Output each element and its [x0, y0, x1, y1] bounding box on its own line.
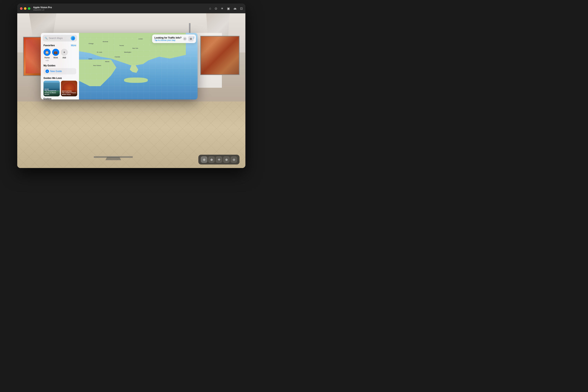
location-tool-button[interactable]: ⊕ — [208, 156, 215, 163]
map-label-atlanta: Atlanta — [105, 61, 109, 62]
title-bar: Apple Vision Pro visionOS 1.0 ⌂ ⊙ ☀ ▣ ⛰ … — [17, 4, 245, 13]
map-label-washington: Washington — [124, 52, 131, 53]
cursor-icon: ⊛ — [203, 158, 205, 162]
favorites-header: Favorites More — [41, 43, 79, 48]
guides-we-love-title: Guides We Love — [41, 77, 79, 80]
new-guide-button[interactable]: + New Guide — [44, 68, 76, 74]
landscape-icon[interactable]: ⛰ — [233, 7, 236, 10]
my-guides-section: My Guides + New Guide — [41, 64, 79, 76]
title-bar-icons: ⌂ ⊙ ☀ ▣ ⛰ ⊡ — [209, 7, 243, 10]
minimize-button[interactable] — [24, 7, 27, 10]
guide-card-miami[interactable]: MIAMI Top Oceanfront Hotels in Miami Bea… — [44, 81, 60, 96]
map-label-stlouis: St. Louis — [97, 52, 102, 53]
globe-tool-button[interactable]: ⊕ — [223, 156, 230, 163]
search-placeholder: Search Maps — [49, 37, 70, 40]
zoom-tool-button[interactable]: ⊖ — [230, 156, 237, 163]
home-fav-icon: 🏠 — [44, 49, 51, 56]
favorite-add[interactable]: + Add — [61, 49, 68, 62]
traffic-info-text: Looking for Traffic Info? Tap to choose … — [154, 36, 181, 41]
maximize-button[interactable] — [28, 7, 30, 10]
traffic-share-btn[interactable]: ⤴ — [193, 36, 194, 40]
guides-we-love-section: Guides We Love MIAMI Top Oceanfront — [41, 76, 79, 96]
location-icon: ⊕ — [210, 158, 213, 162]
miami-card-source: MIAMI — [45, 88, 59, 90]
add-fav-label: Add — [63, 56, 66, 59]
bottom-toolbar: ⊛ ⊕ ✛ ⊕ ⊖ — [198, 155, 239, 164]
room-background: 🔍 Search Maps 👤 Favorites More 🏠 Home Ad… — [17, 13, 245, 168]
map-label-montreal: Montreal — [103, 41, 108, 42]
traffic-lights — [20, 7, 30, 10]
traffic-info-banner: Looking for Traffic Info? Tap to choose … — [152, 34, 196, 43]
map-label-dallas: Dallas — [88, 58, 92, 60]
search-icon: 🔍 — [45, 37, 48, 40]
explore-guides-section[interactable]: Explore Guides Where do you want to expl… — [41, 96, 79, 100]
zoom-out-icon: ⊖ — [233, 158, 235, 162]
title-info: Apple Vision Pro visionOS 1.0 — [33, 6, 52, 11]
traffic-grid-button[interactable]: ⊞ — [188, 36, 194, 42]
work-fav-icon: 💼 — [52, 49, 59, 56]
video-icon[interactable]: ⊡ — [240, 7, 243, 10]
traffic-title: Looking for Traffic Info? — [154, 36, 181, 39]
home-icon[interactable]: ⌂ — [209, 7, 211, 10]
home-sublabel: Add — [46, 60, 49, 62]
miami-card-title: Top Oceanfront Hotels in Miami Beach — [45, 90, 59, 96]
map-stand-legs — [105, 157, 121, 160]
add-fav-icon: + — [61, 49, 68, 56]
move-tool-button[interactable]: ✛ — [216, 156, 222, 163]
maps-sidebar: 🔍 Search Maps 👤 Favorites More 🏠 Home Ad… — [41, 33, 79, 100]
maps-app: 🔍 Search Maps 👤 Favorites More 🏠 Home Ad… — [41, 33, 198, 100]
favorite-work[interactable]: 💼 Work — [52, 49, 59, 62]
map-label-chicago: Chicago — [88, 43, 94, 44]
window-frame: Apple Vision Pro visionOS 1.0 ⌂ ⊙ ☀ ▣ ⛰ … — [17, 4, 245, 168]
display-icon[interactable]: ▣ — [227, 7, 230, 10]
guide-card-pizza[interactable]: INFATUATION The 19 Best Places Miami Piz… — [61, 81, 77, 96]
explore-guides-info: Explore Guides Where do you want to expl… — [44, 98, 58, 100]
map-label-neworleans: New Orleans — [93, 65, 101, 66]
screenshot-icon[interactable]: ⊙ — [215, 7, 217, 10]
maps-map[interactable]: Montreal Toronto New York Chicago St. Lo… — [79, 33, 198, 100]
my-guides-title: My Guides — [44, 64, 76, 67]
pizza-card-source: INFATUATION — [62, 90, 76, 92]
explore-guides-title: Explore Guides — [44, 98, 58, 100]
move-icon: ✛ — [218, 158, 220, 162]
favorite-home[interactable]: 🏠 Home Add — [44, 49, 51, 62]
guides-cards: MIAMI Top Oceanfront Hotels in Miami Bea… — [41, 81, 79, 96]
map-label-charlotte: Charlotte — [115, 56, 120, 58]
map-label-toronto: Toronto — [119, 45, 124, 46]
plus-icon: + — [46, 70, 49, 73]
share-icon: ⤴ — [193, 36, 194, 39]
traffic-subtitle[interactable]: Tap to choose your map — [154, 39, 181, 41]
map-label-london: London — [138, 38, 143, 40]
cursor-tool-button[interactable]: ⊛ — [201, 156, 207, 163]
user-avatar[interactable]: 👤 — [71, 36, 75, 40]
search-bar[interactable]: 🔍 Search Maps 👤 — [43, 35, 77, 42]
grid-icon: ⊞ — [190, 37, 192, 40]
globe-icon: ⊕ — [225, 158, 228, 162]
traffic-close-button[interactable]: ✕ — [183, 37, 187, 40]
pizza-card-title: The 19 Best Places Miami Pizza — [62, 92, 76, 96]
close-button[interactable] — [20, 7, 23, 10]
favorites-title: Favorites — [44, 44, 55, 47]
window-subtitle: visionOS 1.0 — [33, 9, 52, 11]
map-label-newyork: New York — [132, 48, 138, 49]
favorites-row: 🏠 Home Add 💼 Work + Add — [41, 48, 79, 64]
miami-card-overlay: MIAMI Top Oceanfront Hotels in Miami Bea… — [44, 88, 60, 96]
brightness-icon[interactable]: ☀ — [221, 7, 223, 10]
window-title: Apple Vision Pro — [33, 6, 52, 9]
new-guide-label: New Guide — [50, 70, 62, 73]
pizza-card-overlay: INFATUATION The 19 Best Places Miami Piz… — [61, 90, 77, 96]
favorites-more[interactable]: More — [71, 44, 76, 47]
work-label: Work — [53, 56, 58, 59]
home-label: Home — [45, 56, 50, 59]
artwork-right — [200, 36, 239, 75]
